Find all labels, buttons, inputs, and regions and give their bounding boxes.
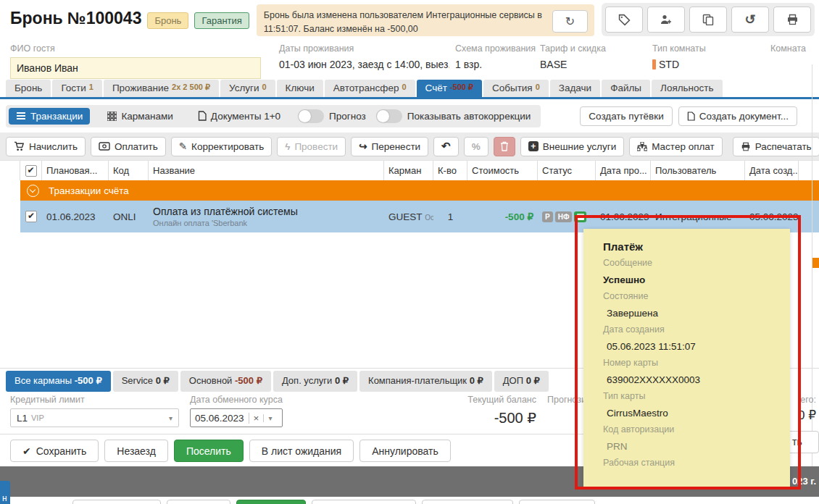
pocket-tab-service[interactable]: Service 0 ₽	[113, 371, 178, 392]
guest-info-row: ФИО гостя Иванов Иван Даты проживания 01…	[0, 41, 819, 77]
delete-button[interactable]	[494, 137, 515, 156]
header-cell-status[interactable]: Статус	[538, 161, 596, 180]
page-title: Бронь №100043	[10, 9, 141, 28]
view-transactions-button[interactable]: Транзакции	[9, 108, 90, 125]
create-document-button[interactable]: Создать документ...	[678, 106, 797, 126]
forecast-toggle[interactable]	[298, 109, 324, 123]
autocorrections-toggle-label: Показывать автокоррекции	[407, 111, 531, 122]
clear-date-icon[interactable]: ×	[249, 413, 264, 424]
tab-events[interactable]: События0	[483, 80, 549, 97]
print-button[interactable]	[773, 7, 811, 33]
tab-loyalty[interactable]: Лояльность	[652, 80, 723, 97]
underlying-buttons: ✔Сохранить Незаезд Поселить В лист ожида…	[72, 500, 595, 504]
tab-services-count: 0	[262, 83, 266, 91]
percent-icon: %	[472, 141, 481, 152]
header: Бронь №100043 Бронь Гарантия Бронь была …	[0, 0, 819, 41]
refresh-button[interactable]: ↻	[552, 10, 588, 33]
tab-keys[interactable]: Ключи	[277, 80, 323, 97]
room-type-field: Тип комнаты STD	[652, 43, 706, 70]
add-user-icon	[660, 14, 673, 25]
annul-button[interactable]: Аннулировать	[359, 440, 451, 462]
history-button[interactable]: ↺	[731, 7, 769, 33]
print-transactions-button[interactable]: Распечатать	[733, 137, 819, 156]
header-cell-pocket[interactable]: Карман	[384, 161, 433, 180]
header-cell-cost[interactable]: Стоимость	[467, 161, 538, 180]
view-pockets-button[interactable]: Карманами	[100, 108, 180, 125]
copy-button[interactable]	[689, 7, 727, 33]
pocket-amount: -500 ₽	[235, 375, 262, 386]
credit-limit-label: Кредитный лимит	[10, 395, 179, 405]
transfer-button[interactable]: ↪ Перенести	[351, 137, 428, 156]
tab-guests[interactable]: Гости1	[52, 80, 102, 97]
check-icon: ✔	[22, 445, 31, 457]
pocket-tab-main[interactable]: Основной -500 ₽	[180, 371, 271, 392]
tab-files[interactable]: Файлы	[602, 80, 650, 97]
create-vouchers-button[interactable]: Создать путёвки	[580, 106, 672, 126]
external-services-button[interactable]: + Внешние услуги	[520, 137, 625, 156]
row-amount: -500 ₽	[467, 211, 538, 222]
no-show-button[interactable]: Незаезд	[104, 440, 168, 462]
discount-button[interactable]: %	[464, 137, 489, 156]
pocket-tab-all[interactable]: Все карманы -500 ₽	[6, 371, 111, 392]
autocorrections-toggle[interactable]	[376, 109, 402, 123]
tab-account[interactable]: Счёт-500 ₽	[417, 80, 482, 97]
pocket-tab-extra-services[interactable]: Доп. услуги 0 ₽	[273, 371, 357, 392]
no-show-button[interactable]: Незаезд	[167, 500, 230, 504]
collapse-circle-icon[interactable]	[27, 185, 39, 197]
stay-dates-field: Даты проживания 01-03 июн 2023, заезд с …	[279, 43, 449, 70]
chevron-down-icon: ▾	[169, 414, 172, 422]
post-button[interactable]: ϟ Провести	[277, 137, 346, 156]
waiting-list-button[interactable]: В лист ожидания	[249, 440, 354, 462]
tab-services[interactable]: Услуги0	[220, 80, 275, 97]
tab-autotransfer[interactable]: Автотрансфер0	[325, 80, 415, 97]
row-code: ONLI	[109, 211, 149, 222]
check-in-button[interactable]: Поселить	[174, 440, 244, 462]
tab-tasks[interactable]: Задачи	[550, 80, 600, 97]
correct-button[interactable]: ✎ Корректировать	[171, 137, 272, 156]
tariff-value: BASE	[540, 59, 606, 70]
waiting-list-button[interactable]: В лист ожидания	[312, 500, 416, 504]
transactions-group-row[interactable]: Транзакции счёта	[20, 180, 819, 201]
header-cell-date-created[interactable]: Дата созд...	[745, 161, 799, 180]
select-all-checkbox[interactable]: ✔	[25, 165, 37, 177]
header-cell-expand	[0, 161, 20, 180]
undo-button[interactable]: ↶	[433, 137, 459, 156]
exchange-date-input[interactable]: 05.06.2023 × ▾	[190, 408, 283, 427]
pay-button[interactable]: Оплатить	[91, 137, 166, 156]
save-button[interactable]: ✔Сохранить	[72, 500, 161, 504]
status-badge-nf: НФ	[555, 211, 573, 222]
chevron-down-icon[interactable]: ▾	[263, 414, 276, 422]
tab-booking[interactable]: Бронь	[6, 80, 51, 97]
pocket-tab-company-payer[interactable]: Компания-плательщик 0 ₽	[359, 371, 492, 392]
status-badge-booking: Бронь	[147, 12, 188, 29]
highlight-red-frame	[575, 215, 801, 490]
late-button[interactable]: Опоздание	[519, 500, 596, 504]
tab-guests-count: 1	[89, 83, 93, 91]
copy-icon	[702, 14, 714, 25]
payment-master-button[interactable]: Мастер оплат	[629, 137, 723, 156]
header-cell-date-processed[interactable]: Дата про...	[596, 161, 651, 180]
transaction-title: Оплата из платёжной системы	[153, 206, 380, 217]
annul-button[interactable]: Аннулировать	[422, 500, 513, 504]
view-documents-button[interactable]: Документы 1+0	[191, 108, 288, 125]
header-cell-qty[interactable]: К-во	[433, 161, 467, 180]
current-balance-label: Текущий баланс	[420, 395, 536, 405]
tab-accommodation[interactable]: Проживание2x 2 500 ₽	[104, 80, 219, 97]
lightning-icon: ϟ	[285, 141, 290, 152]
add-guest-button[interactable]	[647, 7, 685, 33]
underlying-footer-row: ✔Сохранить Незаезд Поселить В лист ожида…	[0, 497, 819, 504]
header-cell-planned[interactable]: Плановая...	[42, 161, 109, 180]
header-cell-user[interactable]: Пользователь	[651, 161, 745, 180]
header-cell-code[interactable]: Код	[109, 161, 149, 180]
save-button[interactable]: ✔Сохранить	[10, 440, 99, 462]
credit-limit-select[interactable]: L1VIP ▾	[10, 408, 179, 427]
check-in-button[interactable]: Поселить	[236, 500, 306, 504]
charge-button[interactable]: Начислить	[6, 137, 86, 156]
guest-name-input[interactable]: Иванов Иван	[10, 57, 261, 79]
header-cell-name[interactable]: Название	[149, 161, 384, 180]
row-checkbox[interactable]: ✔	[25, 211, 37, 222]
pocket-tab-dop[interactable]: ДОП 0 ₽	[494, 371, 549, 392]
tags-button[interactable]	[605, 7, 643, 33]
guest-name-field: ФИО гостя Иванов Иван	[10, 43, 261, 79]
exchange-date-label: Дата обменного курса	[190, 395, 283, 405]
